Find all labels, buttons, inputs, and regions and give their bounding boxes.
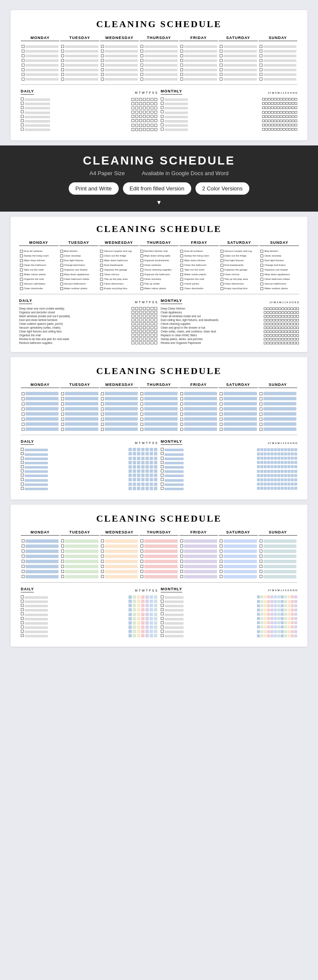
day-thu: THURSDAY: [139, 35, 178, 41]
blue-day-fri: FRIDAY: [179, 382, 218, 388]
blue-cell: [139, 391, 178, 396]
monthly-label-text: [161, 115, 262, 118]
plain-cell: [179, 49, 218, 53]
filled-daily-rows: Deep clean one room (rotate weekly) Orga…: [19, 307, 157, 344]
blue-cell: [21, 407, 59, 411]
filled-cell: Vacuum bathrooms: [259, 282, 299, 286]
filled-daily-row: Wash windows (inside and out if possible…: [19, 315, 157, 318]
filled-row: Water indoor plantsWipe down appliancesC…: [19, 273, 299, 276]
day-headers-filled: MONDAY TUESDAY WEDNESDAY THURSDAY FRIDAY…: [19, 240, 299, 246]
filled-monthly-row: Review and Organize Paperwork: [161, 341, 299, 344]
section-plain: CLEANING SCHEDULE MONDAY TUESDAY WEDNESD…: [11, 10, 307, 140]
multi-cell: [219, 559, 257, 564]
print-write-button[interactable]: Print and Write: [69, 182, 119, 195]
jfmamjjasond-plain: JFMAMJJASOND: [268, 92, 297, 94]
blue-cell: [21, 402, 59, 406]
filled-cell: Wipe down appliances: [259, 273, 299, 276]
plain-cell: [259, 49, 297, 53]
filled-monthly-row: Clean sofas, chairs, and cushions; clean…: [161, 330, 299, 333]
filled-row: Dust all surfacesMop kitchenVacuum carpe…: [19, 249, 299, 253]
multi-daily-row: [21, 600, 157, 603]
monthly-label-text: [161, 119, 262, 123]
plain-cell: [259, 68, 297, 72]
filled-row: Clean the bathroomChange bed linensDust …: [19, 263, 299, 267]
filled-cell: Wipe down appliances: [59, 273, 99, 276]
filled-monthly-row: Sweep patios, decks, and porches: [161, 338, 299, 341]
daily-label-plain: DAILY: [21, 89, 34, 95]
edit-filled-button[interactable]: Edit from filled Version: [123, 182, 191, 195]
blue-cell: [259, 407, 297, 411]
color-versions-button[interactable]: 2 Color Versions: [195, 182, 249, 195]
blue-cell: [179, 412, 218, 416]
plain-cell: [21, 68, 59, 72]
blue-cell: [219, 417, 257, 421]
multi-cell: [179, 544, 218, 548]
filled-cell: Take out the trash: [19, 268, 59, 272]
multi-day-wed: WEDNESDAY: [100, 529, 139, 536]
monthly-label-multi: MONTHLY: [161, 587, 182, 592]
section-multicolor: CLEANING SCHEDULE MONDAY TUESDAY WEDNESD…: [11, 505, 307, 647]
filled-cell: Disinfect kitchen sink: [139, 249, 179, 253]
daily-label-filled: DAILY: [19, 299, 32, 304]
blue-cell: [259, 402, 297, 406]
blue-day-mon: MONDAY: [21, 382, 59, 388]
plain-cell: [60, 54, 99, 58]
plain-cell: [219, 77, 257, 81]
filled-cell: Clean the bathroom: [179, 263, 219, 267]
filled-daily-row: Vacuum upholstery (sofas, chairs): [19, 326, 157, 329]
filled-row: Organize the mailClean bathroom toiletsT…: [19, 277, 299, 281]
multi-cell: [60, 575, 99, 579]
section-filled: CLEANING SCHEDULE MONDAY TUESDAY WEDNESD…: [11, 217, 307, 352]
filled-daily-row: Organize and declutter closet: [19, 311, 157, 314]
multi-cell: [21, 554, 59, 558]
banner: CLEANING SCHEDULE A4 Paper Size Avaliabl…: [0, 145, 318, 212]
multi-daily-rows: [21, 595, 157, 638]
multi-cell: [60, 559, 99, 564]
multi-cell: [21, 549, 59, 553]
multi-cell: [21, 559, 59, 564]
blue-cell: [179, 422, 218, 426]
filled-cell: Clean out the fridge: [99, 254, 139, 258]
filled-cell: Organize the bathroom: [139, 273, 179, 276]
multi-row: [21, 575, 297, 579]
multi-cell: [60, 549, 99, 553]
multi-cell: [139, 570, 178, 574]
banner-buttons[interactable]: Print and Write Edit from filled Version…: [7, 182, 311, 195]
blue-day-sun: SUNDAY: [259, 382, 297, 388]
filled-daily-row: Organize the mail: [19, 334, 157, 337]
multi-cell: [179, 570, 218, 574]
plain-daily-rows: [21, 98, 157, 131]
multi-cell: [100, 575, 139, 579]
multi-daily-row: [21, 621, 157, 625]
multi-cell: [21, 564, 59, 569]
multi-check-rows: [21, 539, 297, 579]
filled-cell: Vacuum upholstery: [19, 282, 59, 286]
plain-cell: [100, 59, 139, 62]
blue-cell: [219, 412, 257, 416]
multi-cell: [21, 544, 59, 548]
blue-cell: [259, 412, 297, 416]
daily-label-text: [21, 123, 131, 127]
blue-cell: [219, 402, 257, 406]
multi-cell: [219, 539, 257, 543]
multi-cell: [219, 575, 257, 579]
multi-monthly-row: [161, 630, 297, 633]
blue-cell: [60, 396, 99, 401]
plain-monthly-row: [161, 119, 297, 123]
multi-daily-row: [21, 634, 157, 637]
title-filled: CLEANING SCHEDULE: [19, 223, 299, 235]
blue-cell: [179, 407, 218, 411]
filled-day-sun: SUNDAY: [259, 240, 299, 246]
monthly-label-text: [161, 128, 262, 131]
multi-cell: [219, 570, 257, 574]
plain-cell: [100, 73, 139, 76]
blue-daily-row: [21, 461, 157, 464]
title-plain: CLEANING SCHEDULE: [21, 19, 297, 30]
multi-cell: [219, 544, 257, 548]
plain-cell: [179, 63, 218, 67]
multi-cell: [100, 549, 139, 553]
blue-monthly-row: [161, 478, 297, 481]
plain-cell: [21, 54, 59, 58]
blue-cell: [219, 396, 257, 401]
plain-monthly-row: [161, 106, 297, 109]
